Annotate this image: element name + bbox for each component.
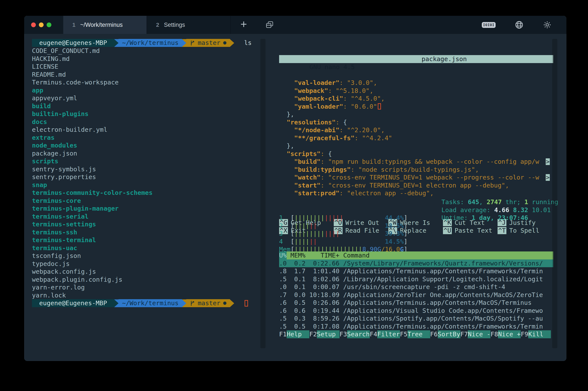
fkey-button[interactable]: F4Filter [370, 330, 400, 338]
process-row[interactable]: .0 0.2 0:22.66 /System/Library/Framework… [279, 259, 553, 267]
meter-bracket: [ [291, 214, 294, 222]
bars-normal: |||||||| [294, 214, 324, 221]
powerline-arrow-icon [114, 299, 119, 307]
summary-text: , [479, 198, 487, 206]
split-tab-button[interactable] [257, 16, 283, 34]
nano-text: "scripts" [287, 150, 321, 158]
file-item: builtin-plugins [32, 110, 280, 118]
nano-text: : "node scripts/build-typings.js", [351, 166, 479, 173]
file-item: typedoc.js [32, 260, 280, 268]
fkey-button[interactable]: F9Kill [521, 330, 551, 338]
process-table-header[interactable]: U% MEM% TIME+ Command [279, 251, 553, 259]
nano-line: }, [279, 142, 553, 150]
line-continues-icon: > [546, 174, 550, 181]
settings-button[interactable] [543, 20, 552, 29]
fkey-button[interactable]: F6SortBy [430, 330, 460, 338]
maximize-window-button[interactable] [47, 22, 51, 27]
nano-line: "**/graceful-fs": "^4.2.4" [279, 134, 553, 142]
nano-text: }, [279, 111, 294, 118]
meter-bracket: ] [404, 222, 407, 230]
fkey-label: Filter [377, 330, 400, 338]
file-item: terminus-uac [32, 244, 280, 252]
summary-text: 2747 [487, 198, 502, 206]
process-row[interactable]: .5 0.1 8:02.06 /Library/Application Supp… [279, 275, 553, 283]
htop-summary: Tasks: 645, 2747 thr; 1 runningLoad aver… [441, 198, 558, 222]
file-item: terminus-settings [32, 220, 280, 228]
meter-track: ||||||||||||39.3% [294, 230, 404, 238]
process-row[interactable]: .5 0.5 0:17.08 /Applications/Terminus.ap… [279, 322, 553, 330]
minimize-window-button[interactable] [39, 22, 44, 27]
fkey-label: Help [287, 330, 309, 338]
meter-value-text: 44.4% [385, 214, 404, 221]
file-item: app [32, 87, 280, 95]
nano-text: : "^5.18.0", [328, 87, 373, 95]
prompt-segment-user: eugene@Eugenes-MBP [32, 299, 114, 307]
prompt-segment-branch: master [186, 299, 230, 307]
fkey-label: SortBy [438, 330, 460, 338]
nano-text [279, 126, 294, 134]
process-row[interactable]: .6 0.5 0:26.06 /Applications/Terminus.ap… [279, 299, 553, 307]
plus-icon: + [240, 19, 247, 31]
close-window-button[interactable] [31, 22, 36, 27]
process-row[interactable]: .5 0.3 8:59.26 /Applications/Spotify.app… [279, 314, 553, 322]
branch-name: master [198, 299, 220, 307]
nano-text: : "^2.20.0", [339, 126, 385, 134]
nano-text: : [336, 119, 343, 126]
nano-buffer: "val-loader": "3.0.0", "webpack": "^5.18… [279, 79, 553, 197]
process-row[interactable]: .6 0.6 0:19.44 /Applications/Visual Stud… [279, 307, 553, 315]
serial-port-button[interactable]: IOIOI [482, 22, 496, 28]
nano-line: "resolutions": { [279, 118, 553, 126]
tab-settings[interactable]: 2 Settings [147, 16, 231, 34]
prompt-segment-branch: master [186, 39, 230, 47]
nano-line: }, [279, 110, 553, 118]
meter-value: 44.4% [385, 214, 404, 222]
web-button[interactable] [514, 20, 524, 29]
nano-text: "watch" [294, 174, 321, 181]
fkey-button[interactable]: F1Help [279, 330, 309, 338]
bars-normal: |||| [294, 238, 309, 245]
command-text: ls [234, 39, 252, 47]
nano-text [279, 79, 294, 87]
tab-terminal[interactable]: 1 ~/Work/terminus [63, 16, 147, 34]
file-item: terminus-community-color-schemes [32, 189, 280, 197]
nano-text [279, 166, 294, 173]
fkey-button[interactable]: F5Tree [400, 330, 430, 338]
nano-text: : "cross-env TERMINUS_DEV=1 electron app… [321, 182, 509, 189]
nano-line: "webpack-cli": "^4.5.0", [279, 95, 553, 102]
left-terminal-pane[interactable]: eugene@Eugenes-MBP ~/Work/terminusmaster… [32, 39, 280, 307]
fkey-button[interactable]: F2Setup [309, 330, 340, 338]
summary-text: Load average: [441, 206, 494, 214]
nano-text: "val-loader" [294, 79, 340, 87]
split-window-icon [265, 20, 274, 30]
nano-text: : "npm run build:typings && webpack --co… [321, 158, 539, 165]
summary-text: Uptime: [441, 214, 472, 221]
column-header-cpu[interactable]: U% [279, 251, 287, 259]
file-item: electron-builder.yml [32, 126, 280, 134]
fkey-button[interactable]: F8Nice + [490, 330, 521, 338]
meter-label: 4 [279, 238, 291, 246]
powerline-arrow-icon [182, 39, 186, 47]
bars-kernel: ||||| [324, 214, 343, 221]
meter-value: 14.5% [385, 238, 404, 246]
process-row[interactable]: .7 0.0 10:18.09 /Applications/ZeroTier O… [279, 291, 553, 299]
file-item: webpack.plugin.config.js [32, 276, 280, 284]
right-pane-scrollbar[interactable] [552, 39, 557, 348]
fkey-button[interactable]: F7Nice - [460, 330, 491, 338]
nano-text: : "3.0.0", [339, 79, 377, 87]
nano-text [279, 182, 294, 189]
process-row[interactable]: .0 0.1 0:00.07 /usr/sbin/screencapture -… [279, 283, 553, 291]
file-item: Terminus.code-workspace [32, 78, 280, 87]
meter-value-text: 18.5% [385, 222, 404, 229]
htop-pane[interactable]: 1[|||||||||||||44.4%]2[||||||18.5%]3[|||… [279, 198, 553, 349]
terminal-cursor [245, 300, 248, 306]
shell-prompt: eugene@Eugenes-MBP ~/Work/terminusmaster… [32, 39, 280, 47]
nano-line: "watch": "cross-env TERMINUS_DEV=1 webpa… [279, 174, 553, 182]
fkey-label: Nice + [498, 330, 521, 338]
process-row[interactable]: .8 1.7 1:01.40 /Applications/Terminus.ap… [279, 267, 553, 275]
new-tab-button[interactable]: + [231, 16, 257, 34]
fkey-button[interactable]: F3Search [340, 330, 370, 338]
nano-text [279, 174, 294, 181]
tab-number: 1 [72, 22, 75, 28]
meter-bracket: ] [404, 214, 407, 222]
left-pane-scrollbar[interactable] [260, 39, 266, 348]
